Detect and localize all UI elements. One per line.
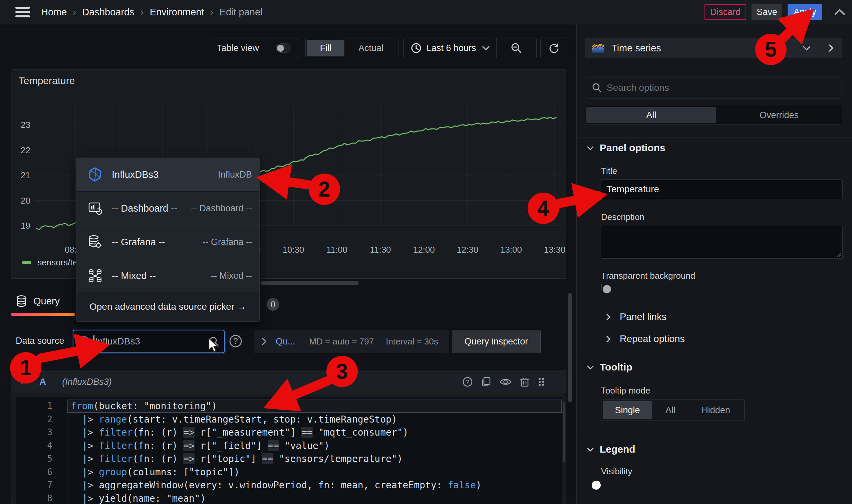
datasource-option-4[interactable]: -- Mixed ---- Mixed -- <box>76 259 259 293</box>
datasource-value: InfluxDBs3 <box>95 336 140 347</box>
breadcrumb-item[interactable]: Environment <box>150 7 204 18</box>
legend-header[interactable]: Legend <box>600 444 635 455</box>
code-line-5[interactable]: 5 |> filter(fn: (r) => r["topic"] == "se… <box>16 452 562 466</box>
influxdb-icon <box>88 167 103 182</box>
flux-code-editor[interactable]: 1from(bucket: "monitoring")2 |> range(st… <box>16 397 562 504</box>
code-line-4[interactable]: 4 |> filter(fn: (r) => r["_field"] == "v… <box>16 439 562 453</box>
breadcrumb: Home›Dashboards›Environment›Edit panel <box>41 6 262 18</box>
advanced-picker-link[interactable]: Open advanced data source picker → <box>76 293 259 321</box>
save-button[interactable]: Save <box>751 4 782 20</box>
editor-scrollbar[interactable] <box>563 402 565 462</box>
datasource-label: Data source <box>16 336 65 346</box>
svg-text:10:30: 10:30 <box>282 245 304 255</box>
tab-overrides[interactable]: Overrides <box>716 107 842 123</box>
breadcrumb-separator: › <box>141 6 144 18</box>
top-bar: Home›Dashboards›Environment›Edit panel D… <box>0 0 852 24</box>
panel-title-value: Temperature <box>607 184 659 195</box>
divider <box>496 38 496 58</box>
svg-text:20: 20 <box>21 196 30 205</box>
fill-option[interactable]: Fill <box>307 40 344 56</box>
max-data-points-info: MD = auto = 797 <box>309 337 374 347</box>
datasource-help-button[interactable]: ? <box>228 334 243 348</box>
search-options-input[interactable]: Search options <box>585 77 842 98</box>
mouse-cursor <box>207 338 221 354</box>
code-line-8[interactable]: 8 |> yield(name: "mean") <box>16 492 562 504</box>
collapse-query-icon[interactable] <box>18 379 26 384</box>
text-caret <box>93 336 94 347</box>
zoom-out-icon[interactable] <box>510 42 523 54</box>
drag-handle-icon[interactable] <box>537 376 545 388</box>
table-view-toggle[interactable] <box>276 43 291 53</box>
title-label: Title <box>601 166 617 176</box>
code-line-6[interactable]: 6 |> group(columns: ["topic"]) <box>16 466 562 479</box>
query-inspector-button[interactable]: Query inspector <box>452 330 541 353</box>
expand-viz-list-icon[interactable] <box>820 44 842 52</box>
apply-button[interactable]: Apply <box>787 4 822 20</box>
collapse-panel-options-icon[interactable] <box>587 146 594 151</box>
transparent-background-toggle[interactable] <box>601 284 602 290</box>
breadcrumb-item[interactable]: Home <box>41 7 67 18</box>
datasource-option-2[interactable]: -- Dashboard ---- Dashboard -- <box>76 192 259 225</box>
panel-links-label: Panel links <box>620 311 667 322</box>
visualization-picker[interactable]: Time series <box>585 38 842 58</box>
datasource-picker-input[interactable]: InfluxDBs3 <box>73 330 224 353</box>
code-line-7[interactable]: 7 |> aggregateWindow(every: v.windowPeri… <box>16 479 562 492</box>
panel-links-section[interactable]: Panel links <box>606 311 667 322</box>
actual-option[interactable]: Actual <box>345 40 397 56</box>
collapse-tooltip-icon[interactable] <box>587 365 594 370</box>
horizontal-scrollbar[interactable] <box>260 281 359 285</box>
resize-handle-icon[interactable] <box>836 252 841 257</box>
description-textarea[interactable] <box>601 226 842 259</box>
panel-options-header[interactable]: Panel options <box>600 142 666 154</box>
main-scrollbar[interactable] <box>568 293 572 402</box>
discard-button[interactable]: Discard <box>705 4 746 20</box>
tooltip-mode-all[interactable]: All <box>652 401 689 419</box>
svg-text:?: ? <box>466 378 470 385</box>
svg-text:19: 19 <box>21 221 30 231</box>
datasource-option-1[interactable]: InfluxDBs3InfluxDB <box>76 158 259 192</box>
delete-query-icon[interactable] <box>519 376 530 388</box>
tooltip-mode-hidden[interactable]: Hidden <box>689 401 743 419</box>
tab-all[interactable]: All <box>586 107 716 123</box>
panel-title-input[interactable]: Temperature <box>601 179 842 199</box>
query-tab-active-underline <box>11 313 75 316</box>
series-color-marker <box>22 261 31 264</box>
panel-options-pane: Time series Search options All Overrides… <box>576 24 852 504</box>
datasource-dropdown: InfluxDBs3InfluxDB-- Dashboard ---- Dash… <box>76 158 260 322</box>
grafana-icon <box>88 235 103 249</box>
svg-text:23: 23 <box>21 120 30 130</box>
query-row-header[interactable]: A (InfluxDBs3) ? <box>11 370 566 394</box>
alert-count-badge: 0 <box>267 298 279 311</box>
query-options-summary[interactable]: Qu... <box>276 337 295 347</box>
time-series-viz-icon <box>591 43 605 53</box>
query-options-group[interactable]: Qu... MD = auto = 797 Interval = 30s <box>254 330 449 353</box>
dashboard-icon <box>88 201 103 216</box>
table-view-label: Table view <box>217 43 259 53</box>
code-line-2[interactable]: 2 |> range(start: v.timeRangeStart, stop… <box>16 413 562 426</box>
toggle-visibility-icon[interactable] <box>499 377 512 387</box>
collapse-topbar-icon[interactable] <box>833 8 846 16</box>
collapse-legend-icon[interactable] <box>587 447 594 452</box>
chevron-right-icon <box>261 337 267 346</box>
tooltip-header[interactable]: Tooltip <box>600 361 632 373</box>
breadcrumb-separator: › <box>73 6 76 18</box>
svg-text:22: 22 <box>21 145 30 155</box>
hamburger-menu-icon[interactable] <box>15 6 30 18</box>
datasource-option-3[interactable]: -- Grafana ---- Grafana -- <box>76 225 259 259</box>
query-ref-id[interactable]: A <box>39 377 46 387</box>
breadcrumb-item[interactable]: Dashboards <box>82 7 134 18</box>
query-help-icon[interactable]: ? <box>462 376 473 388</box>
viz-name: Time series <box>611 43 661 54</box>
query-tab[interactable]: Query <box>16 295 60 307</box>
code-line-1[interactable]: 1from(bucket: "monitoring") <box>16 399 562 413</box>
time-range-label[interactable]: Last 6 hours <box>427 43 476 53</box>
query-tab-label: Query <box>33 296 60 307</box>
refresh-button[interactable] <box>540 38 567 58</box>
repeat-options-label: Repeat options <box>620 334 685 344</box>
duplicate-query-icon[interactable] <box>481 376 492 388</box>
repeat-options-section[interactable]: Repeat options <box>606 334 685 344</box>
svg-text:12:30: 12:30 <box>456 245 478 255</box>
tooltip-mode-single[interactable]: Single <box>603 401 652 419</box>
chevron-down-icon[interactable] <box>482 45 490 51</box>
code-line-3[interactable]: 3 |> filter(fn: (r) => r["_measurement"]… <box>16 426 562 439</box>
